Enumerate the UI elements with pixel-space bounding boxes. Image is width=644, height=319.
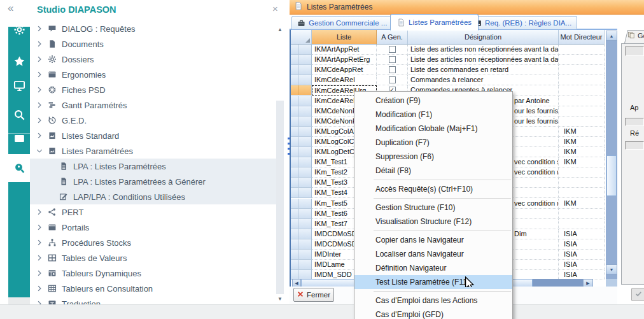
tree-item-ergonomies[interactable]: Ergonomies [30,67,277,82]
menu-item-copier-dans-le-navigateur[interactable]: Copier dans le Navigateur [354,233,512,247]
chevron-right-icon[interactable] [36,101,43,109]
row-header-cell[interactable] [291,65,312,75]
cell-mot-directeur[interactable] [559,96,605,106]
row-header-cell[interactable] [291,188,312,198]
row-header-cell[interactable] [291,45,312,55]
collapse-sidebar-icon[interactable]: « [8,2,13,15]
tree-item-traduction[interactable]: Traduction [30,296,277,304]
chevron-right-icon[interactable] [36,25,43,32]
cell-mot-directeur[interactable] [559,106,605,117]
right-panel-tab-label[interactable]: Ge [627,31,644,40]
column-header-a-gen[interactable]: A Gen. [377,30,408,45]
menu-item-localiser-dans-navigateur[interactable]: Localiser dans Navigateur [354,247,512,261]
cell-liste[interactable]: IKMArtAppRet [312,45,377,55]
tree-item-pert[interactable]: PERT [30,204,277,220]
valider-button[interactable]: Val [631,288,644,301]
table-scroll-up-icon[interactable]: ▲ [606,31,617,41]
row-header-cell[interactable] [291,157,312,167]
cell-mot-directeur[interactable] [559,75,605,85]
a-gen-checkbox[interactable] [389,76,396,83]
menu-item-d-finition-navigateur[interactable]: Définition Navigateur [354,261,512,275]
cell-mot-directeur[interactable] [559,188,605,198]
a-gen-checkbox[interactable] [389,46,396,53]
menu-item-modification-globale-maj-f1[interactable]: Modification Globale (Maj+F1) [354,122,512,136]
chevron-right-icon[interactable] [36,55,43,63]
cell-designation[interactable]: Liste des articles non réceptionnées ava… [408,45,559,55]
cell-designation[interactable]: Commandes à relancer [408,75,559,85]
cell-liste[interactable]: IKmCdeARel [312,75,377,85]
row-header-cell[interactable] [291,55,312,65]
row-header-cell[interactable] [291,209,312,219]
tree-item-tables-de-valeurs[interactable]: Tables de Valeurs [30,250,277,266]
tab-gestion-commerciale[interactable]: Gestion Commerciale ... [291,16,393,29]
chevron-down-icon[interactable] [36,147,43,155]
cell-mot-directeur[interactable] [559,65,605,75]
menu-item-cas-d-emploi-gfd[interactable]: Cas d'Emploi (GFD) [354,308,512,319]
table-row[interactable]: IKMArtAppRetListe des articles non récep… [291,45,605,55]
cell-mot-directeur[interactable]: IKM [559,137,605,147]
tree-item-fiches-psd[interactable]: Fiches PSD [30,82,277,97]
rail-item-settings[interactable] [8,18,30,41]
chevron-right-icon[interactable] [36,254,43,262]
menu-item-cr-ation-f9[interactable]: Création (F9) [354,94,512,108]
tree-item-proc-dures-stocks[interactable]: Procédures Stocks [30,235,277,250]
right-panel-input-2[interactable] [625,118,644,126]
cell-mot-directeur[interactable]: IKM [559,199,605,209]
column-header-mot-directeur[interactable]: Mot Directeur [559,30,605,45]
close-sidebar-icon[interactable]: × [272,3,278,14]
tree-item-lap-lpa-conditions-utilis-es[interactable]: LAP/LPA : Conditions Utilisées [30,189,277,204]
cell-mot-directeur[interactable] [559,219,605,229]
row-header-cell[interactable] [291,117,312,127]
tree-item-lpa-listes-param-tr-es-g-n-rer[interactable]: LPA : Listes Paramétrées à Générer [30,174,277,189]
cell-mot-directeur[interactable] [559,209,605,219]
tree-item-g-e-d[interactable]: G.E.D. [30,113,277,128]
cell-mot-directeur[interactable]: ISIA [559,239,605,250]
cell-mot-directeur[interactable] [559,45,605,55]
menu-item-d-tail-f8[interactable]: Détail (F8) [354,164,512,178]
row-header-cell[interactable] [291,137,312,147]
tree-item-documents[interactable]: Documents [30,36,277,52]
tree-item-listes-param-tr-es[interactable]: Listes Paramétrées [30,143,277,159]
table-row[interactable]: IKMCdeAppRetListe des commandes en retar… [291,65,605,75]
chevron-right-icon[interactable] [36,223,43,231]
rail-item-display[interactable] [8,74,30,97]
row-header-cell[interactable] [291,199,312,209]
tree-item-lpa-listes-param-tr-es[interactable]: LPA : Listes Paramétrées [30,159,277,174]
menu-item-test-liste-param-tr-e-f11[interactable]: Test Liste Paramétrée (F11) [354,275,512,289]
row-header-cell[interactable] [291,239,312,250]
menu-item-suppression-f6[interactable]: Suppression (F6) [354,150,512,164]
rail-item-layout[interactable] [8,127,30,150]
tree-scrollbar-thumb[interactable] [276,101,284,294]
tree-item-portails[interactable]: Portails [30,220,277,235]
table-scroll-down-icon[interactable]: ▼ [606,264,617,274]
chevron-right-icon[interactable] [36,269,43,277]
cell-mot-directeur[interactable] [559,167,605,178]
tree-item-gantt-param-tr-s[interactable]: Gantt Paramétrés [30,97,277,113]
row-header-cell[interactable] [291,127,312,137]
cell-mot-directeur[interactable]: IKM [559,147,605,157]
cell-mot-directeur[interactable] [559,117,605,127]
row-header-cell[interactable] [291,85,312,96]
tree-item-dossiers[interactable]: Dossiers [30,52,277,67]
rail-item-search[interactable] [8,103,30,126]
column-header-d-signation[interactable]: Désignation [408,30,559,45]
menu-item-modification-f1[interactable]: Modification (F1) [354,108,512,122]
row-header-cell[interactable] [291,260,312,270]
cell-mot-directeur[interactable] [559,85,605,96]
cell-mot-directeur[interactable] [559,178,605,188]
row-header-cell[interactable] [291,250,312,260]
cell-mot-directeur[interactable]: IKM [559,157,605,167]
row-header-cell[interactable] [291,147,312,157]
cell-mot-directeur[interactable]: ISIA [559,229,605,239]
row-header-cell[interactable] [291,75,312,85]
menu-item-duplication-f7[interactable]: Duplication (F7) [354,136,512,150]
rail-item-favorites[interactable] [8,50,30,73]
tree-scroll-up-icon[interactable]: ▲ [277,27,283,32]
menu-item-gestion-structure-f10[interactable]: Gestion Structure (F10) [354,201,512,215]
column-header-liste[interactable]: Liste [312,30,377,45]
chevron-right-icon[interactable] [36,132,43,139]
cell-liste[interactable]: IKMCdeAppRet [312,65,377,75]
tree-item-tableurs-dynamiques[interactable]: Tableurs Dynamiques [30,266,277,281]
chevron-right-icon[interactable] [36,86,43,94]
fermer-button[interactable]: Fermer [293,288,334,302]
